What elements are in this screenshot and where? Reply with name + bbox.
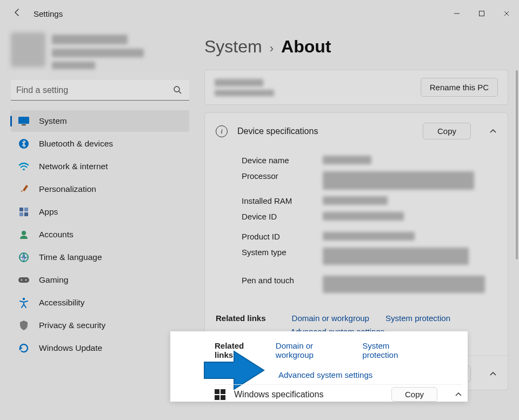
personalization-icon [16,183,31,195]
rename-pc-button[interactable]: Rename this PC [421,78,498,97]
window-title: Settings [34,9,63,18]
nav-label: Bluetooth & devices [39,139,113,149]
nav-label: Time & language [39,252,102,262]
time-language-icon [16,251,31,263]
windows-icon [215,389,225,400]
svg-rect-4 [18,117,29,124]
spec-value-redacted [323,232,415,241]
spec-value-redacted [323,156,371,164]
copy-device-spec-button[interactable]: Copy [423,123,471,139]
system-icon [16,115,31,127]
accounts-icon [16,229,31,241]
spec-value-redacted [323,248,469,265]
nav-label: Gaming [39,275,68,285]
spec-value-redacted [323,276,485,293]
svg-rect-9 [19,208,23,211]
avatar [11,32,45,67]
nav-label: Network & internet [39,162,108,171]
accessibility-icon [16,297,31,309]
apps-icon [16,206,31,218]
spec-label-processor: Processor [242,171,307,181]
annotation-highlight-zone: Related links Domain or workgroup System… [170,331,468,402]
nav-list: System Bluetooth & devices Network & int… [11,110,189,359]
related-links-title: Related links [216,314,266,323]
link-domain-workgroup[interactable]: Domain or workgroup [292,314,369,323]
spec-label-ram: Installed RAM [242,196,307,205]
svg-point-18 [23,298,25,300]
maximize-button[interactable] [469,5,494,22]
chevron-up-icon[interactable] [455,390,462,399]
breadcrumb-current: About [281,37,331,57]
spec-label-device-id: Device ID [242,212,307,221]
spec-value-redacted [323,212,404,221]
nav-label: Apps [39,207,58,217]
svg-line-3 [179,91,181,94]
gaming-icon [16,274,31,286]
nav-item-privacy[interactable]: Privacy & security [11,315,189,336]
link-system-protection[interactable]: System protection [362,341,423,359]
titlebar: Settings [0,0,519,27]
svg-rect-8 [23,185,28,191]
spec-label-product-id: Product ID [242,232,307,241]
link-system-protection[interactable]: System protection [385,314,450,323]
nav-item-time-language[interactable]: Time & language [11,246,189,268]
svg-rect-1 [480,11,484,16]
search-input[interactable] [11,80,189,101]
minimize-button[interactable] [444,5,469,22]
nav-item-bluetooth[interactable]: Bluetooth & devices [11,133,189,155]
nav-label: System [39,116,67,126]
privacy-icon [16,319,31,331]
spec-label-system-type: System type [242,248,307,257]
info-icon: i [216,125,228,137]
scrollbar[interactable] [516,70,518,259]
spec-value-redacted [323,196,388,205]
nav-item-gaming[interactable]: Gaming [11,269,189,291]
spec-value-redacted [323,171,474,190]
svg-rect-12 [24,212,28,216]
chevron-up-icon[interactable] [489,127,497,136]
nav-label: Windows Update [39,343,102,353]
account-text-redacted [52,32,144,69]
breadcrumb: System › About [204,37,508,57]
nav-item-network[interactable]: Network & internet [11,156,189,177]
device-spec-title: Device specifications [237,126,318,136]
nav-item-system[interactable]: System [11,110,189,132]
search-icon [173,85,182,96]
nav-item-accounts[interactable]: Accounts [11,224,189,245]
nav-item-accessibility[interactable]: Accessibility [11,292,189,314]
link-advanced-system-settings[interactable]: Advanced system settings [278,370,372,379]
svg-point-16 [21,279,23,281]
breadcrumb-parent[interactable]: System [204,37,262,57]
network-icon [16,161,31,172]
svg-rect-15 [18,277,29,283]
pc-name-redacted [215,79,274,96]
svg-rect-10 [24,208,28,211]
link-domain-workgroup[interactable]: Domain or workgroup [276,341,349,359]
nav-item-windows-update[interactable]: Windows Update [11,337,189,359]
copy-windows-spec-button[interactable]: Copy [391,387,437,402]
nav-label: Personalization [39,184,96,194]
spec-label-device-name: Device name [242,156,307,165]
svg-rect-11 [19,212,23,216]
sidebar: System Bluetooth & devices Network & int… [11,32,189,359]
account-block[interactable] [11,32,189,69]
nav-item-apps[interactable]: Apps [11,201,189,223]
windows-spec-title: Windows specifications [234,390,323,399]
svg-point-17 [25,279,27,281]
nav-label: Accounts [39,230,74,239]
nav-item-personalization[interactable]: Personalization [11,178,189,200]
pc-name-card: Rename this PC [204,70,508,105]
close-button[interactable] [494,5,519,22]
chevron-up-icon[interactable] [489,370,497,378]
bluetooth-icon [16,138,31,150]
spec-label-pen-touch: Pen and touch [242,276,307,285]
svg-point-2 [174,86,179,92]
svg-point-7 [23,169,25,171]
nav-label: Accessibility [39,298,84,308]
svg-point-13 [22,231,26,235]
chevron-right-icon: › [270,42,274,56]
back-button[interactable] [6,8,28,19]
windows-update-icon [16,342,31,354]
nav-label: Privacy & security [39,321,105,330]
svg-rect-5 [22,124,26,125]
